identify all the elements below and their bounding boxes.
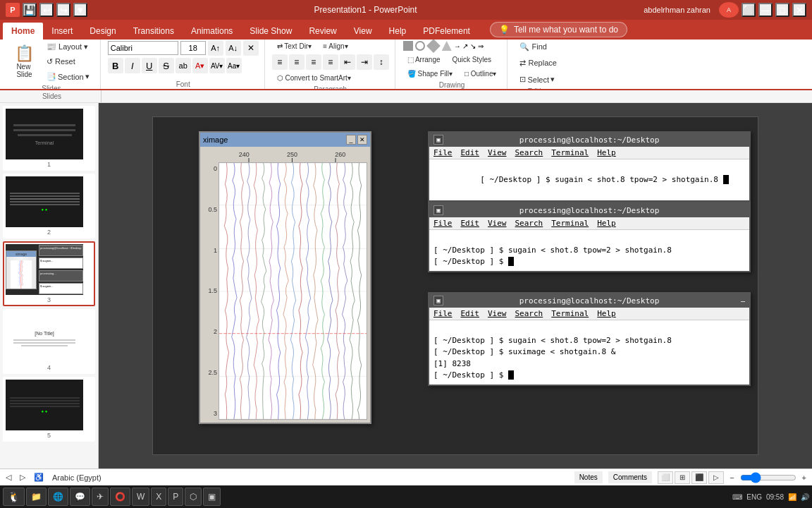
slideshow-button[interactable]: ▷ (708, 471, 724, 484)
tab-design[interactable]: Design (81, 23, 124, 40)
text-direction-button[interactable]: ⇄ Text Dir▾ (272, 40, 317, 52)
taskbar-vscode[interactable]: ⬡ (185, 488, 202, 506)
t2-search[interactable]: Search (515, 219, 543, 228)
tab-insert[interactable]: Insert (43, 23, 81, 40)
save-button[interactable]: 💾 (23, 3, 37, 17)
slide-thumb-5[interactable]: ● ● 5 (3, 377, 95, 442)
reset-button[interactable]: ↺ Reset (42, 55, 94, 68)
ximage-close[interactable]: ✕ (357, 135, 367, 145)
zoom-in-button[interactable]: + (802, 473, 806, 482)
t1-view[interactable]: View (488, 148, 507, 157)
line-spacing-button[interactable]: ↕ (374, 54, 389, 70)
new-slide-button[interactable]: 📋 NewSlide (8, 44, 40, 80)
undo-button[interactable]: ↩ (39, 3, 54, 17)
t2-view[interactable]: View (488, 219, 507, 228)
language-indicator[interactable]: Arabic (Egypt) (52, 473, 102, 482)
ltr-button[interactable]: ⇥ (357, 54, 372, 70)
convert-smartart-button[interactable]: ⬡ Convert to SmartArt▾ (272, 72, 389, 84)
slide-nav-prev[interactable]: ◁ (6, 473, 11, 482)
clear-format-button[interactable]: ✕ (243, 40, 259, 56)
tab-slideshow[interactable]: Slide Show (241, 23, 300, 40)
t2-terminal[interactable]: Terminal (551, 219, 589, 228)
strikethrough-button[interactable]: S (159, 58, 174, 73)
tab-home[interactable]: Home (3, 23, 43, 40)
align-left-button[interactable]: ≡ (272, 54, 288, 70)
taskbar-terminal[interactable]: ▣ (203, 488, 221, 506)
taskbar-telegram[interactable]: ✈ (92, 488, 109, 506)
terminal-3-close[interactable]: — (741, 297, 745, 305)
shape-fill-button[interactable]: 🪣 Shape Fill▾ (402, 68, 457, 80)
tab-animations[interactable]: Animations (183, 23, 241, 40)
slide-thumb-1[interactable]: Terminal 1 (3, 106, 95, 171)
close-button[interactable]: ✕ (792, 3, 806, 17)
taskbar-browser[interactable]: 🌐 (48, 488, 68, 506)
align-text-button[interactable]: ≡ Align▾ (318, 40, 352, 52)
shape-outline-button[interactable]: □ Outline▾ (460, 68, 502, 80)
taskbar-excel[interactable]: X (151, 488, 166, 506)
t3-view[interactable]: View (488, 309, 507, 318)
font-size-input[interactable] (180, 41, 206, 55)
zoom-out-button[interactable]: − (730, 473, 734, 482)
quick-styles-button[interactable]: Quick Styles (448, 54, 497, 66)
t3-file[interactable]: File (433, 309, 453, 318)
t1-search[interactable]: Search (515, 148, 543, 157)
tell-me-input[interactable]: 💡 Tell me what you want to do (490, 22, 627, 37)
normal-view-button[interactable]: ⬜ (658, 471, 673, 484)
t2-file[interactable]: File (433, 219, 453, 228)
slide-thumb-2[interactable]: ● ● 2 (3, 174, 95, 238)
layout-button[interactable]: 📰 Layout ▾ (42, 40, 94, 54)
zoom-slider[interactable] (740, 472, 796, 483)
bold-button[interactable]: B (108, 58, 123, 73)
t2-edit[interactable]: Edit (461, 219, 480, 228)
find-button[interactable]: 🔍 Find (515, 40, 561, 54)
tab-transitions[interactable]: Transitions (125, 23, 183, 40)
tab-pdfelement[interactable]: PDFelement (414, 23, 479, 40)
ribbon-toggle-button[interactable]: ⬜ (742, 3, 756, 17)
slide-thumb-3[interactable]: ximage (3, 241, 95, 306)
replace-button[interactable]: ⇄ Replace (515, 56, 561, 70)
taskbar-powerpoint[interactable]: P (168, 488, 183, 506)
minimize-button[interactable]: — (758, 3, 773, 17)
section-button[interactable]: 📑 Section ▾ (42, 70, 94, 83)
align-right-button[interactable]: ≡ (306, 54, 321, 70)
shadow-button[interactable]: ab (176, 58, 191, 73)
terminal-window-1[interactable]: ▣ processing@localhost:~/Desktop File Ed… (428, 131, 751, 202)
taskbar-whatsapp[interactable]: 💬 (70, 488, 90, 506)
tab-view[interactable]: View (345, 23, 381, 40)
italic-button[interactable]: I (125, 58, 140, 73)
select-button[interactable]: ⊡ Select ▾ (515, 73, 561, 86)
slide-nav-next[interactable]: ▷ (20, 473, 25, 482)
taskbar-chromium[interactable]: ⭕ (110, 488, 130, 506)
ximage-minimize[interactable]: _ (346, 135, 356, 145)
taskbar-files[interactable]: 📁 (26, 488, 47, 506)
notes-button[interactable]: Notes (574, 471, 603, 483)
reading-view-button[interactable]: ⬛ (691, 471, 707, 484)
ximage-window[interactable]: ximage _ ✕ 240 250 260 (199, 131, 371, 424)
slide-canvas[interactable]: ximage _ ✕ 240 250 260 (152, 116, 758, 455)
decrease-font-button[interactable]: A↓ (226, 40, 241, 56)
change-case-button[interactable]: Aa▾ (226, 58, 242, 73)
t3-terminal[interactable]: Terminal (551, 309, 589, 318)
t3-edit[interactable]: Edit (461, 309, 480, 318)
font-color-button[interactable]: A▾ (192, 58, 208, 73)
restore-button[interactable]: □ (775, 3, 789, 17)
t1-terminal[interactable]: Terminal (551, 148, 589, 157)
slide-thumb-4[interactable]: [No Title] 4 (3, 309, 95, 374)
underline-button[interactable]: U (142, 58, 157, 73)
t1-help[interactable]: Help (597, 148, 616, 157)
redo-button[interactable]: ↪ (56, 3, 70, 17)
justify-button[interactable]: ≡ (323, 54, 338, 70)
quick-access-dropdown[interactable]: ▼ (73, 3, 87, 17)
terminal-window-3[interactable]: ▣ processing@localhost:~/Desktop — File … (428, 292, 751, 386)
char-spacing-button[interactable]: AV▾ (209, 58, 225, 73)
tab-review[interactable]: Review (300, 23, 345, 40)
t3-search[interactable]: Search (515, 309, 543, 318)
t1-file[interactable]: File (433, 148, 453, 157)
slide-sorter-button[interactable]: ⊞ (675, 471, 690, 484)
t3-help[interactable]: Help (597, 309, 616, 318)
t1-edit[interactable]: Edit (461, 148, 480, 157)
increase-font-button[interactable]: A↑ (208, 40, 223, 56)
tab-help[interactable]: Help (381, 23, 415, 40)
start-button[interactable]: 🐧 (3, 488, 25, 506)
arrange-button[interactable]: ⬚ Arrange (402, 54, 445, 66)
